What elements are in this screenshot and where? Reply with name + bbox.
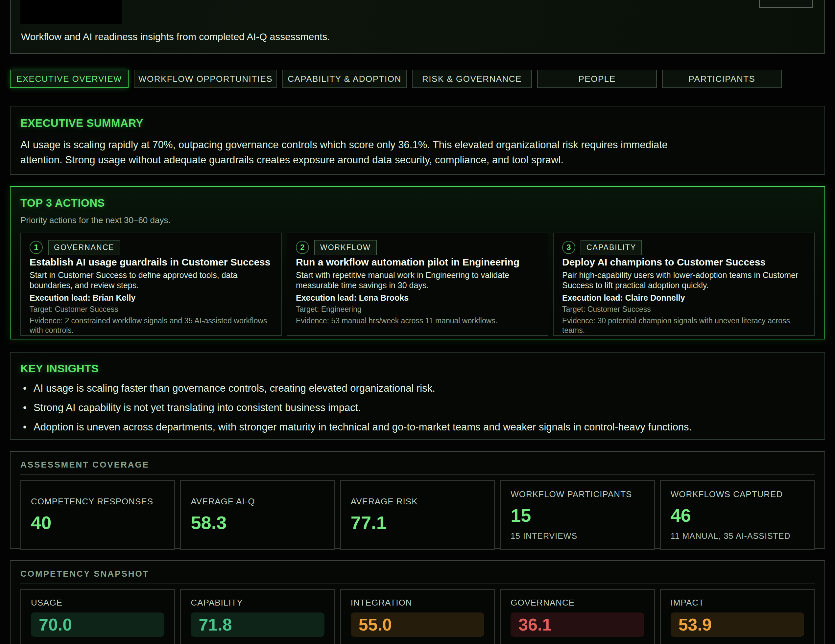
metric-sub: 11 MANUAL, 35 AI-ASSISTED [671,531,804,541]
metric-label: COMPETENCY RESPONSES [31,496,164,507]
competency-value-pill: 70.0 [31,612,164,637]
header-card: Workflow and AI readiness insights from … [10,0,825,54]
action-rank-badge: 1 [29,241,43,254]
action-rank-badge: 3 [562,241,575,254]
action-card-3: 3 CAPABILITY Deploy AI champions to Cust… [553,233,815,336]
competency-value: 36.1 [518,615,552,634]
tab-bar: EXECUTIVE OVERVIEW WORKFLOW OPPORTUNITIE… [10,70,782,88]
top-actions-title: TOP 3 ACTIONS [20,197,815,209]
metric-label: WORKFLOWS CAPTURED [671,489,804,500]
insight-item: AI usage is scaling faster than governan… [20,383,815,394]
action-evidence: Evidence: 2 constrained workflow signals… [29,316,273,335]
metric-card-workflow-participants: WORKFLOW PARTICIPANTS 15 15 INTERVIEWS [500,480,655,550]
metric-value: 46 [671,504,804,526]
insight-item: Adoption is uneven across departments, w… [20,422,815,433]
action-rank-badge: 2 [296,241,309,254]
action-evidence: Evidence: 53 manual hrs/week across 11 m… [296,316,539,326]
assessment-coverage-section: ASSESSMENT COVERAGE COMPETENCY RESPONSES… [10,451,825,549]
action-target: Target: Customer Success [29,305,273,313]
action-card-1: 1 GOVERNANCE Establish AI usage guardrai… [20,233,282,336]
assessment-coverage-title: ASSESSMENT COVERAGE [20,460,815,470]
competency-label: IMPACT [671,598,804,608]
competency-value: 70.0 [39,615,72,634]
action-card-row: 1 GOVERNANCE Establish AI usage guardrai… [20,233,815,336]
metric-card-competency-responses: COMPETENCY RESPONSES 40 [20,480,175,550]
metric-value: 58.3 [191,512,324,533]
competency-label: CAPABILITY [191,598,324,608]
competency-value-pill: 53.9 [671,612,804,637]
coverage-metric-row: COMPETENCY RESPONSES 40 AVERAGE AI-Q 58.… [20,480,815,550]
metric-card-average-aiq: AVERAGE AI-Q 58.3 [180,480,335,550]
action-execution-lead: Execution lead: Lena Brooks [296,293,539,302]
header-description: Workflow and AI readiness insights from … [21,31,330,42]
competency-card-capability: CAPABILITY 71.8 [180,589,335,644]
metric-label: WORKFLOW PARTICIPANTS [510,489,644,500]
action-execution-lead: Execution lead: Claire Donnelly [562,293,806,302]
metric-sub: 15 INTERVIEWS [510,531,644,541]
action-description: Start with repetitive manual work in Eng… [296,270,539,290]
key-insights-title: KEY INSIGHTS [20,362,815,375]
action-execution-lead: Execution lead: Brian Kelly [29,293,273,302]
top-actions-subtitle: Priority actions for the next 30–60 days… [20,215,815,225]
action-title: Run a workflow automation pilot in Engin… [296,256,539,268]
executive-summary-text: AI usage is scaling rapidly at 70%, outp… [20,137,671,167]
competency-value: 55.0 [359,615,392,634]
competency-card-row: USAGE 70.0 CAPABILITY 71.8 INTEGRATION 5… [20,589,815,644]
divider [20,474,815,475]
competency-card-usage: USAGE 70.0 [20,589,175,644]
metric-label: AVERAGE AI-Q [191,496,324,507]
divider [20,584,815,584]
action-title: Establish AI usage guardrails in Custome… [29,256,273,268]
competency-label: GOVERNANCE [510,598,644,608]
tab-capability-adoption[interactable]: CAPABILITY & ADOPTION [283,70,407,88]
competency-value-pill: 55.0 [351,612,484,637]
top-actions-section: TOP 3 ACTIONS Priority actions for the n… [10,186,825,339]
key-insights-list: AI usage is scaling faster than governan… [20,383,815,433]
tab-risk-governance[interactable]: RISK & GOVERNANCE [412,70,532,88]
metric-value: 40 [31,512,164,533]
competency-card-integration: INTEGRATION 55.0 [340,589,495,644]
dashboard-page: Workflow and AI readiness insights from … [0,0,835,644]
action-card-2: 2 WORKFLOW Run a workflow automation pil… [287,233,548,336]
action-target: Target: Engineering [296,305,539,313]
metric-value: 15 [510,504,644,526]
competency-snapshot-section: COMPETENCY SNAPSHOT USAGE 70.0 CAPABILIT… [10,560,825,644]
metric-value: 77.1 [351,512,484,533]
action-target: Target: Customer Success [562,305,806,313]
competency-value: 53.9 [679,615,712,634]
action-category-tag: WORKFLOW [314,240,377,255]
action-title: Deploy AI champions to Customer Success [562,256,806,268]
action-description: Start in Customer Success to define appr… [29,270,273,290]
metric-label: AVERAGE RISK [351,496,484,507]
competency-label: INTEGRATION [351,598,484,608]
metric-card-workflows-captured: WORKFLOWS CAPTURED 46 11 MANUAL, 35 AI-A… [660,480,815,550]
tab-workflow-opportunities[interactable]: WORKFLOW OPPORTUNITIES [134,70,277,88]
logo-redacted [20,0,122,24]
action-category-tag: CAPABILITY [580,240,642,255]
tab-executive-overview[interactable]: EXECUTIVE OVERVIEW [10,70,128,88]
competency-card-impact: IMPACT 53.9 [660,589,815,644]
tab-people[interactable]: PEOPLE [537,70,657,88]
insight-item: Strong AI capability is not yet translat… [20,402,815,413]
competency-value: 71.8 [198,615,232,634]
executive-summary-section: EXECUTIVE SUMMARY AI usage is scaling ra… [10,106,825,175]
header-action-button[interactable] [759,0,813,8]
action-description: Pair high-capability users with lower-ad… [562,270,806,290]
action-category-tag: GOVERNANCE [48,240,120,255]
competency-label: USAGE [31,598,164,608]
action-evidence: Evidence: 30 potential champion signals … [562,316,806,335]
tab-participants[interactable]: PARTICIPANTS [662,70,782,88]
competency-card-governance: GOVERNANCE 36.1 [500,589,655,644]
competency-value-pill: 36.1 [510,612,644,637]
executive-summary-title: EXECUTIVE SUMMARY [20,117,815,130]
key-insights-section: KEY INSIGHTS AI usage is scaling faster … [10,352,825,440]
competency-snapshot-title: COMPETENCY SNAPSHOT [20,569,815,579]
competency-value-pill: 71.8 [191,612,324,637]
metric-card-average-risk: AVERAGE RISK 77.1 [340,480,495,550]
